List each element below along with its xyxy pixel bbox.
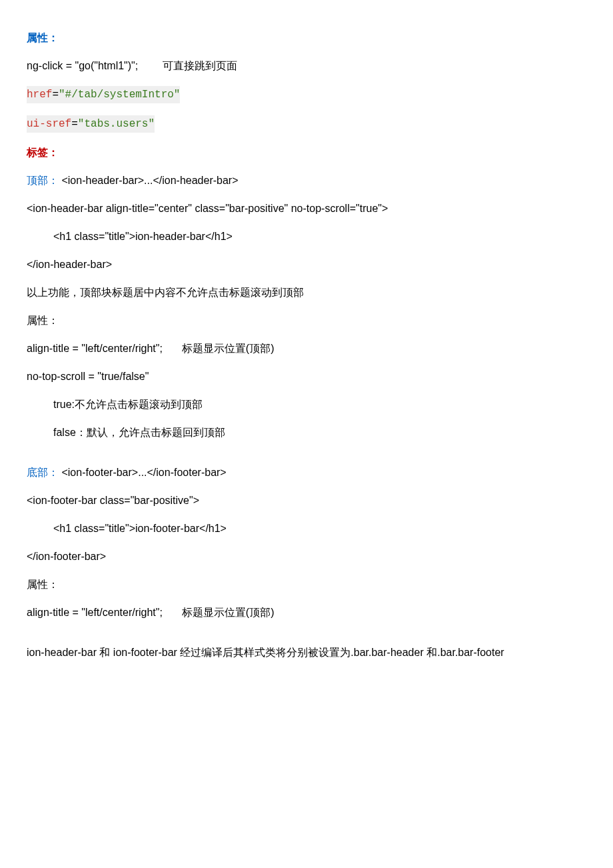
code-val-href: "#/tab/systemIntro" xyxy=(59,89,180,101)
no-top-false: false：默认，允许点击标题回到顶部 xyxy=(27,425,586,441)
bottom-tag: <ion-footer-bar>...</ion-footer-bar> xyxy=(61,467,226,478)
bottom-label: 底部： xyxy=(27,467,59,478)
header-close: </ion-header-bar> xyxy=(27,257,586,273)
no-top-true: true:不允许点击标题滚动到顶部 xyxy=(27,397,586,413)
code-eq2: = xyxy=(71,118,78,130)
align-title-code: align-title = "left/center/right"; xyxy=(27,343,163,354)
footer-close: </ion-footer-bar> xyxy=(27,549,586,565)
align-title-code-2: align-title = "left/center/right"; xyxy=(27,607,163,618)
no-top-scroll-line: no-top-scroll = "true/false" xyxy=(27,369,586,385)
align-title-line: align-title = "left/center/right"; 标题显示位… xyxy=(27,341,586,357)
top-section-line: 顶部： <ion-header-bar>...</ion-header-bar> xyxy=(27,173,586,189)
header-h1: <h1 class="title">ion-header-bar</h1> xyxy=(27,229,586,245)
align-title-desc: 标题显示位置(顶部) xyxy=(182,343,275,354)
code-attr-href: href xyxy=(27,89,52,101)
ng-click-line: ng-click = "go("html1")"; 可直接跳到页面 xyxy=(27,58,586,74)
ng-click-desc: 可直接跳到页面 xyxy=(163,60,237,71)
attr-label-2: 属性： xyxy=(27,313,586,329)
uisref-code-line: ui-sref="tabs.users" xyxy=(27,115,586,133)
attr-label-3: 属性： xyxy=(27,577,586,593)
section-attributes-heading: 属性： xyxy=(27,30,586,46)
top-tag: <ion-header-bar>...</ion-header-bar> xyxy=(61,175,238,186)
bottom-section-line: 底部： <ion-footer-bar>...</ion-footer-bar> xyxy=(27,465,586,481)
href-code-line: href="#/tab/systemIntro" xyxy=(27,86,586,103)
footer-open: <ion-footer-bar class="bar-positive"> xyxy=(27,493,586,509)
code-val-uisref: "tabs.users" xyxy=(78,118,155,130)
align-title-line-2: align-title = "left/center/right"; 标题显示位… xyxy=(27,605,586,621)
code-attr-uisref: ui-sref xyxy=(27,118,71,130)
footer-h1: <h1 class="title">ion-footer-bar</h1> xyxy=(27,521,586,537)
header-desc: 以上功能，顶部块标题居中内容不允许点击标题滚动到顶部 xyxy=(27,285,586,301)
section-tags-heading: 标签： xyxy=(27,145,586,161)
code-eq: = xyxy=(52,89,59,101)
ng-click-code: ng-click = "go("html1")"; xyxy=(27,60,138,71)
final-note: ion-header-bar 和 ion-footer-bar 经过编译后其样式… xyxy=(27,645,586,661)
align-title-desc-2: 标题显示位置(顶部) xyxy=(182,607,275,618)
top-label: 顶部： xyxy=(27,175,59,186)
header-open: <ion-header-bar align-title="center" cla… xyxy=(27,201,586,217)
